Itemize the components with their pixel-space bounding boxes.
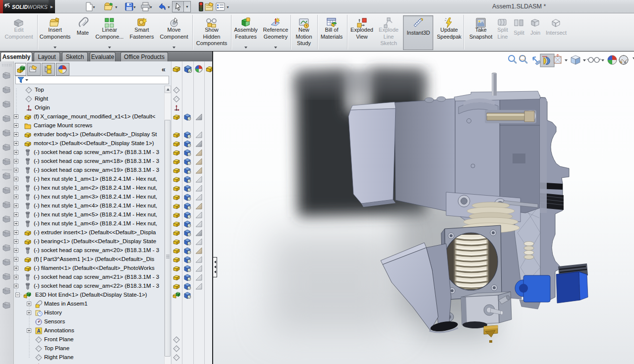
svg-text:A: A [37,328,40,334]
svg-text:SOLIDWORKS: SOLIDWORKS [12,4,48,10]
